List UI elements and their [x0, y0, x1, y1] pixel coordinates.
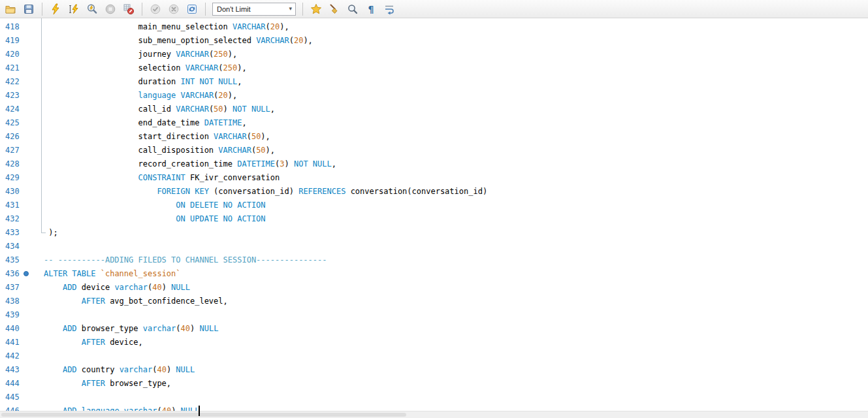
commit-transaction-button[interactable] [149, 3, 162, 16]
line-number: 420 [0, 48, 44, 61]
code-line[interactable]: 431 ON DELETE NO ACTION [0, 199, 868, 212]
code-text: language VARCHAR(20), [44, 91, 237, 100]
toggle-stop-on-error-button[interactable] [122, 3, 135, 16]
execute-sql-button[interactable] [49, 3, 62, 16]
code-line[interactable]: 423 language VARCHAR(20), [0, 89, 868, 103]
horizontal-scrollbar[interactable] [0, 411, 868, 418]
code-text: call_id VARCHAR(50) NOT NULL, [44, 104, 275, 114]
save-sql-script-button[interactable] [22, 3, 35, 16]
code-line[interactable]: 442 [0, 349, 868, 363]
code-text: journey VARCHAR(250), [44, 50, 237, 59]
statement-marker [24, 271, 29, 276]
line-number: 432 [0, 212, 44, 226]
code-line[interactable]: 425 end_date_time DATETIME, [0, 116, 868, 130]
code-text: call_disposition VARCHAR(50), [44, 146, 275, 155]
code-line[interactable]: 445 [0, 391, 868, 404]
code-line[interactable]: 434 [0, 240, 868, 253]
code-text: ADD device varchar(40) NULL [44, 283, 190, 292]
code-text: AFTER browser_type, [44, 379, 171, 388]
line-number: 424 [0, 103, 44, 116]
line-number: 428 [0, 157, 44, 171]
code-line[interactable]: 430 FOREIGN KEY (conversation_id) REFERE… [0, 185, 868, 199]
line-number: 418 [0, 20, 44, 34]
code-text: ADD country varchar(40) NULL [44, 365, 195, 374]
lightning-bolt-cursor-icon [68, 3, 80, 15]
code-text: ADD browser_type varchar(40) NULL [44, 324, 218, 333]
save-snippet-button[interactable] [310, 3, 323, 16]
code-text: start_direction VARCHAR(50), [44, 132, 270, 141]
code-text: AFTER avg_bot_confidence_level, [44, 297, 228, 306]
code-line[interactable]: 428 record_creation_time DATETIME(3) NOT… [0, 157, 868, 171]
stop-on-error-icon [123, 3, 135, 15]
line-number: 442 [0, 349, 44, 363]
beautify-sql-button[interactable] [328, 3, 341, 16]
code-line[interactable]: 440 ADD browser_type varchar(40) NULL [0, 322, 868, 336]
code-line[interactable]: 433 ); [0, 226, 868, 240]
line-number: 423 [0, 89, 44, 103]
text-caret [199, 406, 200, 416]
line-number: 433 [0, 226, 44, 240]
execute-current-statement-button[interactable] [67, 3, 80, 16]
code-line[interactable]: 427 call_disposition VARCHAR(50), [0, 144, 868, 157]
lightning-bolt-icon [50, 3, 61, 15]
code-line[interactable]: 435-- ----------ADDING FILEDS TO CHANNEL… [0, 253, 868, 267]
line-number: 443 [0, 363, 44, 377]
code-line[interactable]: 429 CONSTRAINT FK_ivr_conversation [0, 171, 868, 185]
toggle-invisible-characters-button[interactable]: ¶ [364, 3, 378, 16]
code-text: -- ----------ADDING FILEDS TO CHANNEL SE… [44, 255, 327, 265]
line-number: 438 [0, 295, 44, 308]
code-text: end_date_time DATETIME, [44, 118, 247, 127]
code-text: duration INT NOT NULL, [44, 77, 242, 86]
code-line[interactable]: 438 AFTER avg_bot_confidence_level, [0, 295, 868, 308]
code-text: record_creation_time DATETIME(3) NOT NUL… [44, 159, 336, 169]
search-icon [347, 3, 359, 15]
code-line[interactable]: 418 main_menu_selection VARCHAR(20), [0, 20, 868, 34]
stop-circle-icon [104, 3, 116, 15]
row-limit-value: Don't Limit [217, 5, 251, 13]
code-line[interactable]: 444 AFTER browser_type, [0, 377, 868, 391]
code-line[interactable]: 424 call_id VARCHAR(50) NOT NULL, [0, 103, 868, 116]
toolbar-separator [42, 3, 42, 16]
code-text: sub_menu_option_selected VARCHAR(20), [44, 36, 313, 45]
line-number: 437 [0, 281, 44, 295]
star-icon [310, 3, 322, 15]
code-text: ALTER TABLE `channel_session` [44, 269, 181, 278]
line-number: 434 [0, 240, 44, 253]
code-line[interactable]: 432 ON UPDATE NO ACTION [0, 212, 868, 226]
floppy-disk-icon [23, 3, 35, 15]
code-line[interactable]: 419 sub_menu_option_selected VARCHAR(20)… [0, 34, 868, 48]
toolbar-separator [142, 3, 142, 16]
code-text: CONSTRAINT FK_ivr_conversation [44, 173, 280, 182]
code-line[interactable]: 439 [0, 308, 868, 322]
line-number: 421 [0, 61, 44, 75]
code-line[interactable]: 437 ADD device varchar(40) NULL [0, 281, 868, 295]
fold-guide-corner [41, 233, 46, 233]
code-line[interactable]: 426 start_direction VARCHAR(50), [0, 130, 868, 144]
horizontal-scrollbar-thumb[interactable] [1, 413, 406, 417]
row-limit-dropdown[interactable]: Don't Limit ▾ [212, 3, 296, 16]
line-number: 430 [0, 185, 44, 199]
code-line[interactable]: 436ALTER TABLE `channel_session` [0, 267, 868, 281]
toolbar-separator [205, 3, 206, 16]
line-number: 441 [0, 336, 44, 349]
code-line[interactable]: 421 selection VARCHAR(250), [0, 61, 868, 75]
wrap-text-icon [383, 3, 395, 15]
explain-plan-button[interactable] [86, 3, 99, 16]
code-line[interactable]: 422 duration INT NOT NULL, [0, 75, 868, 89]
stop-query-button[interactable] [104, 3, 117, 16]
find-button[interactable] [346, 3, 359, 16]
rollback-transaction-button[interactable] [167, 3, 180, 16]
code-text: ON DELETE NO ACTION [44, 201, 266, 210]
code-text: main_menu_selection VARCHAR(20), [44, 22, 289, 31]
code-text: AFTER device, [44, 338, 143, 347]
toggle-line-wrap-button[interactable] [383, 3, 396, 16]
open-sql-script-button[interactable] [4, 3, 17, 16]
toggle-autocommit-button[interactable] [185, 3, 199, 16]
line-number: 436 [0, 267, 44, 281]
magnifier-bolt-icon [86, 3, 98, 15]
code-line[interactable]: 443 ADD country varchar(40) NULL [0, 363, 868, 377]
code-line[interactable]: 441 AFTER device, [0, 336, 868, 349]
code-line[interactable]: 420 journey VARCHAR(250), [0, 48, 868, 61]
sql-code-editor[interactable]: 418 main_menu_selection VARCHAR(20),419 … [0, 18, 868, 418]
code-lines: 418 main_menu_selection VARCHAR(20),419 … [0, 18, 868, 418]
